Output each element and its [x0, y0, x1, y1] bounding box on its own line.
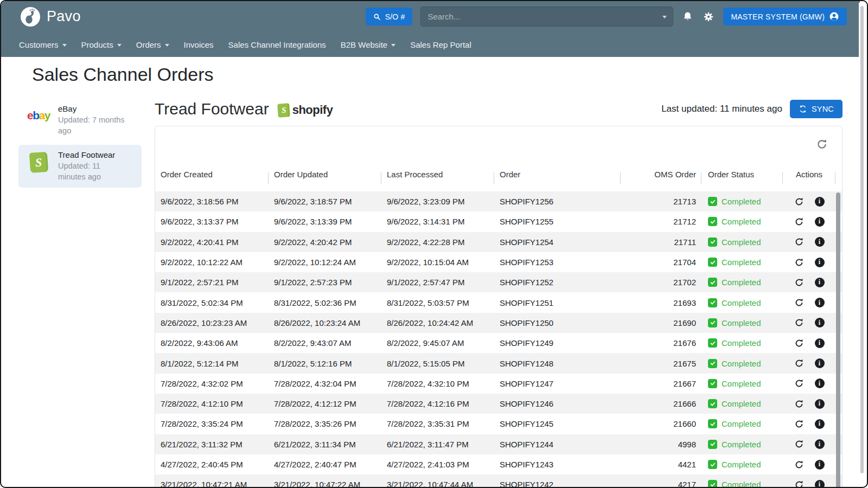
- refresh-icon: [794, 399, 804, 409]
- resync-order-button[interactable]: [794, 480, 804, 488]
- resync-order-button[interactable]: [794, 318, 804, 328]
- menu-item-invoices[interactable]: Invoices: [184, 40, 214, 49]
- menu-item-sales-channel-integrations[interactable]: Sales Channel Integrations: [228, 40, 326, 49]
- order-info-button[interactable]: i: [815, 439, 825, 449]
- order-number-cell: SHOPIFY1245: [494, 419, 621, 428]
- actions-cell: i: [783, 378, 835, 388]
- order-info-button[interactable]: i: [815, 338, 825, 348]
- notifications-button[interactable]: [681, 10, 694, 23]
- so-number-search-button[interactable]: S/O #: [366, 8, 413, 25]
- actions-cell: i: [783, 399, 835, 409]
- channel-item-ebay[interactable]: ebay eBay Updated: 7 months ago: [18, 99, 142, 142]
- order-info-button[interactable]: i: [815, 318, 825, 328]
- resync-order-button[interactable]: [794, 419, 804, 429]
- status-badge: Completed: [708, 379, 783, 388]
- refresh-icon: [794, 480, 804, 488]
- table-row: 7/28/2022, 4:12:10 PM 7/28/2022, 4:12:12…: [155, 394, 842, 414]
- resync-order-button[interactable]: [794, 399, 804, 409]
- status-badge: Completed: [708, 197, 783, 206]
- order-created-cell: 8/2/2022, 9:43:06 AM: [155, 338, 269, 348]
- page-scrollbar[interactable]: [859, 3, 865, 485]
- column-header-order-updated[interactable]: Order Updated: [269, 170, 381, 179]
- check-icon: [708, 278, 717, 287]
- sync-button[interactable]: SYNC: [790, 100, 843, 118]
- column-header-order-status[interactable]: Order Status: [701, 170, 783, 179]
- order-number-cell: SHOPIFY1249: [494, 338, 621, 348]
- brand-name: Pavo: [47, 8, 81, 25]
- order-created-cell: 8/1/2022, 5:12:14 PM: [155, 359, 269, 368]
- last-processed-cell: 9/6/2022, 3:23:09 PM: [381, 197, 494, 206]
- table-row: 8/31/2022, 5:02:34 PM 8/31/2022, 5:02:36…: [155, 292, 842, 312]
- table-row: 7/28/2022, 4:32:02 PM 7/28/2022, 4:32:04…: [155, 374, 842, 394]
- brand-logo[interactable]: Pavo: [21, 7, 81, 27]
- order-info-button[interactable]: i: [815, 258, 825, 267]
- resync-order-button[interactable]: [794, 439, 804, 449]
- order-created-cell: 7/28/2022, 4:12:10 PM: [155, 399, 269, 408]
- column-header-actions[interactable]: Actions: [783, 170, 835, 179]
- orders-panel: Tread Footwear S shopify Last updated: 1…: [155, 93, 843, 488]
- order-info-button[interactable]: i: [815, 419, 825, 429]
- order-info-button[interactable]: i: [815, 197, 825, 207]
- oms-order-cell: 21704: [621, 258, 701, 267]
- actions-cell: i: [783, 419, 835, 429]
- order-info-button[interactable]: i: [815, 278, 825, 287]
- column-header-last-processed[interactable]: Last Processed: [381, 170, 494, 179]
- info-icon: i: [815, 318, 825, 328]
- refresh-icon: [794, 197, 804, 207]
- order-created-cell: 9/6/2022, 3:18:56 PM: [155, 197, 269, 206]
- table-row: 7/28/2022, 3:35:24 PM 7/28/2022, 3:35:26…: [155, 414, 842, 434]
- resync-order-button[interactable]: [794, 298, 804, 307]
- check-icon: [708, 460, 717, 469]
- resync-order-button[interactable]: [794, 358, 804, 368]
- channel-sidebar: ebay eBay Updated: 7 months ago S Tread …: [18, 99, 142, 191]
- settings-button[interactable]: [702, 10, 715, 23]
- resync-order-button[interactable]: [794, 237, 804, 247]
- column-header-order[interactable]: Order: [494, 170, 621, 179]
- sync-icon: [799, 105, 807, 113]
- order-updated-cell: 7/28/2022, 4:12:12 PM: [269, 399, 381, 408]
- resync-order-button[interactable]: [794, 197, 804, 207]
- menu-item-customers[interactable]: Customers: [19, 40, 67, 49]
- resync-order-button[interactable]: [794, 378, 804, 388]
- search-dropdown-caret-icon[interactable]: [662, 16, 667, 18]
- order-info-button[interactable]: i: [815, 378, 825, 388]
- status-badge: Completed: [708, 318, 783, 328]
- menu-item-b2b-website[interactable]: B2B Website: [341, 40, 395, 49]
- order-status-cell: Completed: [701, 440, 783, 449]
- order-info-button[interactable]: i: [815, 358, 825, 368]
- order-status-cell: Completed: [701, 278, 783, 287]
- order-info-button[interactable]: i: [815, 480, 825, 488]
- order-info-button[interactable]: i: [815, 217, 825, 227]
- resync-order-button[interactable]: [794, 460, 804, 470]
- order-updated-cell: 8/2/2022, 9:43:07 AM: [269, 338, 381, 348]
- order-status-cell: Completed: [701, 419, 783, 428]
- menu-item-products[interactable]: Products: [81, 40, 122, 49]
- channel-item-tread-footwear[interactable]: S Tread Footwear Updated: 11 minutes ago: [18, 145, 142, 188]
- order-status-cell: Completed: [701, 338, 783, 348]
- table-refresh-button[interactable]: [815, 137, 829, 151]
- status-badge: Completed: [708, 217, 783, 226]
- menu-item-sales-rep-portal[interactable]: Sales Rep Portal: [410, 40, 471, 49]
- status-badge: Completed: [708, 237, 783, 247]
- column-header-order-created[interactable]: Order Created: [155, 170, 269, 179]
- info-icon: i: [815, 217, 825, 227]
- resync-order-button[interactable]: [794, 338, 804, 348]
- global-search-combobox[interactable]: [420, 7, 673, 27]
- account-system-button[interactable]: MASTER SYSTEM (GMW): [723, 8, 847, 25]
- table-body: 9/6/2022, 3:18:56 PM 9/6/2022, 3:18:57 P…: [155, 191, 842, 488]
- resync-order-button[interactable]: [794, 278, 804, 287]
- page-scrollbar-thumb[interactable]: [860, 6, 864, 473]
- resync-order-button[interactable]: [794, 217, 804, 227]
- order-info-button[interactable]: i: [815, 237, 825, 247]
- search-input[interactable]: [421, 12, 673, 21]
- actions-cell: i: [783, 237, 835, 247]
- order-info-button[interactable]: i: [815, 460, 825, 470]
- table-scrollbar-thumb[interactable]: [836, 192, 840, 488]
- order-info-button[interactable]: i: [815, 298, 825, 307]
- column-header-oms-order[interactable]: OMS Order: [621, 170, 701, 179]
- resync-order-button[interactable]: [794, 258, 804, 267]
- order-info-button[interactable]: i: [815, 399, 825, 409]
- check-icon: [708, 440, 717, 449]
- refresh-icon: [794, 358, 804, 368]
- menu-item-orders[interactable]: Orders: [136, 40, 169, 49]
